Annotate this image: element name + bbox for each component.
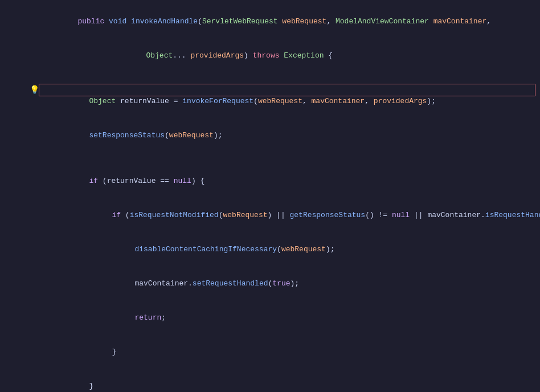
- content-12: }: [40, 335, 540, 369]
- content-9: disableContentCachingIfNecessary(webRequ…: [40, 232, 540, 267]
- line-3: [0, 73, 540, 84]
- line-return-1: return;: [0, 301, 540, 335]
- content-7: if (returnValue == null) {: [40, 164, 540, 198]
- line-set-response: setResponseStatus(webRequest);: [0, 119, 540, 153]
- line-close-outer: }: [0, 369, 540, 392]
- code-editor: public void invokeAndHandle(ServletWebRe…: [0, 0, 540, 392]
- content-4: Object returnValue = invokeForRequest(we…: [40, 84, 540, 119]
- bulb-icon[interactable]: 💡: [28, 84, 40, 96]
- line-if-null: if (returnValue == null) {: [0, 164, 540, 198]
- line-2: Object... providedArgs) throws Exception…: [0, 39, 540, 73]
- content-11: return;: [40, 301, 540, 335]
- line-mav-set-true: mavContainer.setRequestHandled(true);: [0, 267, 540, 301]
- content-8: if (isRequestNotModified(webRequest) || …: [40, 198, 540, 232]
- line-return-value: 💡 Object returnValue = invokeForRequest(…: [0, 84, 540, 119]
- content-5: setResponseStatus(webRequest);: [40, 119, 540, 153]
- content-13: }: [40, 369, 540, 392]
- code-area: public void invokeAndHandle(ServletWebRe…: [0, 0, 540, 392]
- lightbulb-icon[interactable]: 💡: [30, 84, 39, 96]
- line-blank-2: [0, 153, 540, 164]
- content-10: mavContainer.setRequestHandled(true);: [40, 267, 540, 301]
- line-disable-cache: disableContentCachingIfNecessary(webRequ…: [0, 232, 540, 267]
- line-1: public void invokeAndHandle(ServletWebRe…: [0, 5, 540, 39]
- content-2: Object... providedArgs) throws Exception…: [40, 39, 540, 73]
- content-1: public void invokeAndHandle(ServletWebRe…: [40, 5, 540, 39]
- line-if-request: if (isRequestNotModified(webRequest) || …: [0, 198, 540, 232]
- line-close-inner: }: [0, 335, 540, 369]
